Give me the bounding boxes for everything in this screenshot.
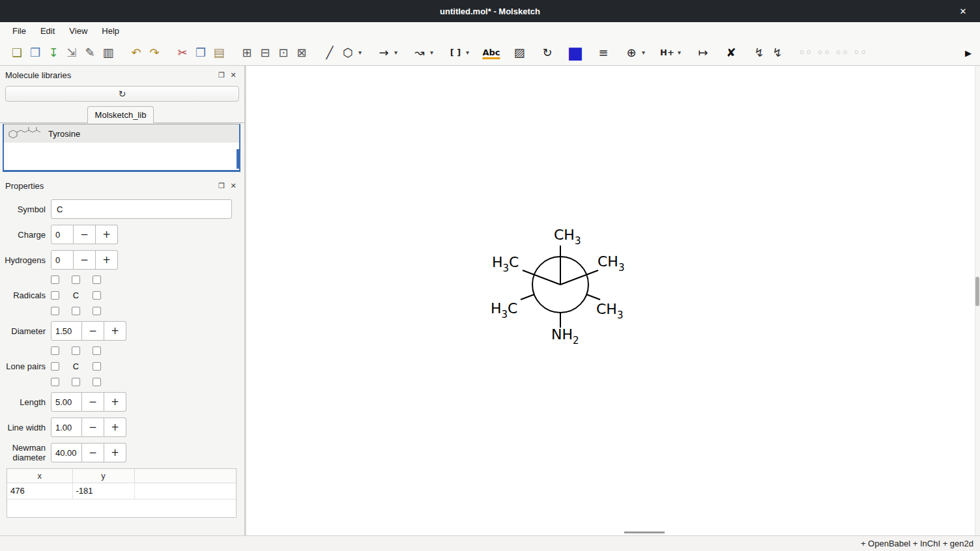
coords-header-x[interactable]: x xyxy=(7,469,72,483)
radicals-checkbox[interactable] xyxy=(93,276,101,284)
lone-pairs-checkbox[interactable] xyxy=(93,346,101,355)
menu-edit[interactable]: Edit xyxy=(33,23,62,38)
coords-cell-y[interactable]: -181 xyxy=(72,483,134,499)
draw-bond-tool-button[interactable]: ╱ xyxy=(321,44,339,62)
diameter-input[interactable] xyxy=(51,321,82,341)
menu-file[interactable]: File xyxy=(5,23,33,38)
substituent-label-lower-right[interactable]: CH3 xyxy=(596,302,623,323)
tab-molsketch-lib[interactable]: Molsketch_lib xyxy=(87,106,154,123)
save-as-button[interactable]: ⇲ xyxy=(63,44,81,62)
zoom-fit-button[interactable]: ⊠ xyxy=(293,44,311,62)
hydrogen-tool-dropdown[interactable]: ▾ xyxy=(674,44,684,62)
substituent-label-lower-left[interactable]: H3C xyxy=(491,301,517,322)
line-width-increase-button[interactable]: + xyxy=(104,417,126,437)
substituent-label-upper-left[interactable]: H3C xyxy=(492,255,519,276)
open-file-button[interactable]: ❒ xyxy=(26,44,44,62)
vertical-scrollbar[interactable] xyxy=(975,66,980,535)
charge-tool-button[interactable]: ⊕ xyxy=(622,44,641,62)
zoom-out-button[interactable]: ⊟ xyxy=(256,44,274,62)
list-item-tyrosine[interactable]: Tyrosine xyxy=(4,124,239,143)
text-tool-button[interactable]: Abc xyxy=(482,44,500,62)
close-panel-icon[interactable]: ✕ xyxy=(227,180,239,191)
hydrogens-decrease-button[interactable]: − xyxy=(74,250,96,270)
charge-increase-tool-button[interactable]: ↯ xyxy=(750,44,768,62)
export-button[interactable]: ✎ xyxy=(81,44,99,62)
charge-decrease-button[interactable]: − xyxy=(74,225,96,244)
zoom-in-button[interactable]: ⊞ xyxy=(238,44,256,62)
cut-button[interactable]: ✂ xyxy=(173,44,192,62)
length-increase-button[interactable]: + xyxy=(104,392,126,412)
menu-view[interactable]: View xyxy=(62,23,94,38)
symbol-input[interactable] xyxy=(51,199,232,219)
refresh-libraries-button[interactable]: ↻ xyxy=(5,86,239,102)
substituent-label-bottom[interactable]: NH2 xyxy=(551,327,579,348)
bracket-tool-button[interactable]: [ ] xyxy=(446,44,465,62)
vertical-scrollbar-thumb[interactable] xyxy=(975,277,979,306)
color-picker-button[interactable]: ■ xyxy=(566,44,584,62)
radicals-checkbox[interactable] xyxy=(72,276,80,284)
menu-help[interactable]: Help xyxy=(94,23,126,38)
connect-tool-button[interactable]: ↦ xyxy=(694,44,712,62)
diameter-decrease-button[interactable]: − xyxy=(82,321,104,341)
line-width-button[interactable]: ≡ xyxy=(594,44,612,62)
radicals-checkbox[interactable] xyxy=(51,276,59,284)
lone-pairs-checkbox[interactable] xyxy=(93,378,101,386)
zoom-reset-button[interactable]: ⊡ xyxy=(274,44,293,62)
charge-increase-button[interactable]: + xyxy=(96,225,118,244)
reaction-arrow-tool-button[interactable]: → xyxy=(375,44,393,62)
bracket-tool-dropdown[interactable]: ▾ xyxy=(463,44,472,62)
close-panel-icon[interactable]: ✕ xyxy=(227,70,239,80)
redo-button[interactable]: ↷ xyxy=(145,44,164,62)
lone-pairs-checkbox[interactable] xyxy=(72,346,80,355)
lone-pairs-checkbox[interactable] xyxy=(51,378,59,386)
lone-pairs-checkbox[interactable] xyxy=(72,378,80,386)
mechanism-arrow-dropdown[interactable]: ▾ xyxy=(427,44,437,62)
radicals-checkbox[interactable] xyxy=(93,307,101,315)
delete-tool-button[interactable]: ✘ xyxy=(722,44,740,62)
charge-tool-dropdown[interactable]: ▾ xyxy=(639,44,648,62)
paste-button[interactable]: ▤ xyxy=(210,44,228,62)
reaction-arrow-dropdown[interactable]: ▾ xyxy=(391,44,401,62)
rotate-tool-button[interactable]: ↻ xyxy=(538,44,556,62)
float-panel-icon[interactable]: ❐ xyxy=(216,70,227,80)
float-panel-icon[interactable]: ❐ xyxy=(216,180,227,191)
newman-diameter-decrease-button[interactable]: − xyxy=(82,443,104,462)
length-decrease-button[interactable]: − xyxy=(82,392,104,412)
lone-pairs-checkbox[interactable] xyxy=(51,346,59,355)
radicals-checkbox[interactable] xyxy=(51,291,59,300)
copy-button[interactable]: ❐ xyxy=(192,44,210,62)
mechanism-arrow-tool-button[interactable]: ↝ xyxy=(411,44,429,62)
line-width-decrease-button[interactable]: − xyxy=(82,417,104,437)
hydrogen-tool-button[interactable]: H+ xyxy=(658,44,676,62)
coords-header-y[interactable]: y xyxy=(72,469,134,483)
undo-button[interactable]: ↶ xyxy=(127,44,145,62)
newman-diameter-increase-button[interactable]: + xyxy=(104,443,126,462)
coords-table[interactable]: x y 476 -181 xyxy=(7,468,237,518)
diameter-increase-button[interactable]: + xyxy=(104,321,126,341)
library-list[interactable]: Tyrosine xyxy=(3,124,240,172)
hydrogens-input[interactable] xyxy=(51,250,74,270)
line-width-input[interactable] xyxy=(51,417,82,437)
charge-input[interactable] xyxy=(51,225,74,244)
lone-pairs-checkbox[interactable] xyxy=(51,362,59,371)
radicals-checkbox[interactable] xyxy=(93,291,101,300)
length-input[interactable] xyxy=(51,392,82,412)
library-scrollbar-thumb[interactable] xyxy=(237,149,239,169)
lone-pairs-checkbox[interactable] xyxy=(93,362,101,371)
substituent-label-top[interactable]: CH3 xyxy=(554,227,581,249)
toolbar-overflow-button[interactable]: ▶ xyxy=(962,40,975,66)
ring-tool-button[interactable]: ⬡ xyxy=(339,44,357,62)
ring-tool-dropdown[interactable]: ▾ xyxy=(355,44,365,62)
hydrogens-increase-button[interactable]: + xyxy=(96,250,118,270)
save-button[interactable]: ↧ xyxy=(44,44,63,62)
new-file-button[interactable]: ❏ xyxy=(8,44,26,62)
substituent-label-upper-right[interactable]: CH3 xyxy=(598,254,624,276)
print-button[interactable]: ▥ xyxy=(99,44,117,62)
charge-decrease-tool-button[interactable]: ↯ xyxy=(768,44,786,62)
coords-row[interactable]: 476 -181 xyxy=(7,483,236,499)
radicals-checkbox[interactable] xyxy=(72,307,80,315)
window-close-button[interactable]: ✕ xyxy=(954,0,972,22)
radicals-checkbox[interactable] xyxy=(51,307,59,315)
hatch-tool-button[interactable]: ▨ xyxy=(510,44,528,62)
horizontal-scrollbar-thumb[interactable] xyxy=(624,531,665,533)
